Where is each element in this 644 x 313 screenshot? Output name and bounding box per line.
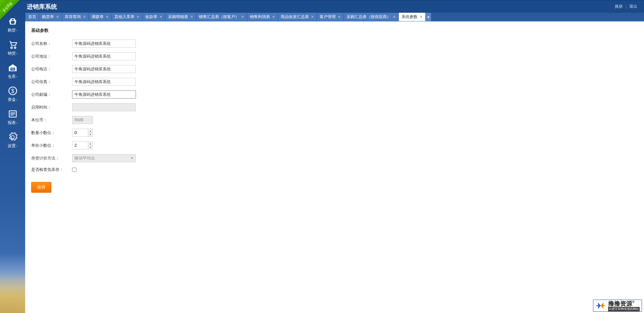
app-title: 进销库系统 [27, 3, 57, 11]
separator: | [626, 4, 627, 9]
corner-badge: 多仓库版 [0, 0, 20, 13]
header: 进销库系统 换肤 | 退出 [0, 0, 644, 13]
header-links: 换肤 | 退出 [615, 4, 637, 9]
logout-link[interactable]: 退出 [629, 4, 637, 9]
skin-link[interactable]: 换肤 [615, 4, 623, 9]
